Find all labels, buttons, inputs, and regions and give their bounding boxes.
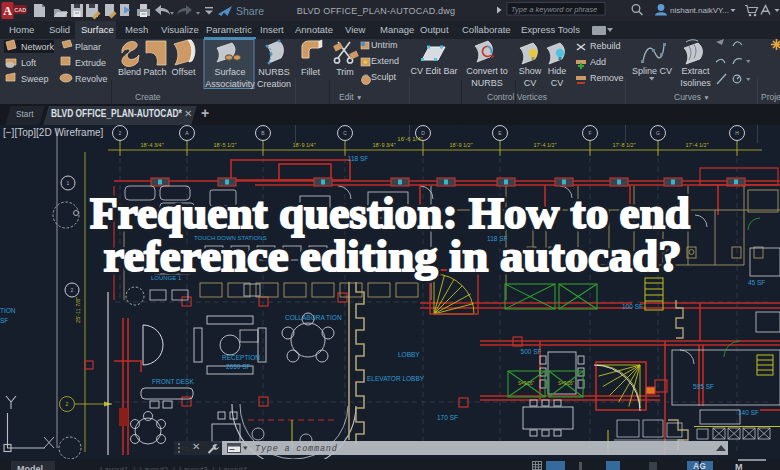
svg-text:2: 2 xyxy=(71,287,74,293)
svg-text:reference editing in autocad?: reference editing in autocad? xyxy=(104,231,682,281)
svg-text:NURBS: NURBS xyxy=(258,67,290,77)
svg-text:CV: CV xyxy=(551,78,564,88)
svg-text:ELEVATOR LOBBY: ELEVATOR LOBBY xyxy=(367,375,425,382)
svg-text:H: H xyxy=(735,130,739,136)
svg-text:Surface: Surface xyxy=(214,67,245,77)
svg-text:1: 1 xyxy=(67,180,70,186)
svg-text:CV: CV xyxy=(524,78,537,88)
svg-text:Extend: Extend xyxy=(371,56,399,66)
svg-text:2: 2 xyxy=(119,130,122,136)
svg-text:E: E xyxy=(498,130,502,136)
svg-text:17'-8 1/2": 17'-8 1/2" xyxy=(612,142,635,148)
svg-text:Type a keyword or phrase: Type a keyword or phrase xyxy=(511,5,597,14)
svg-text:A: A xyxy=(3,4,12,18)
svg-text:140 SF: 140 SF xyxy=(738,409,759,416)
svg-text:595 SF: 595 SF xyxy=(693,383,714,390)
svg-text:Blend: Blend xyxy=(118,67,141,77)
svg-text:17'-4 1/2": 17'-4 1/2" xyxy=(685,142,708,148)
svg-text:A: A xyxy=(185,130,189,136)
svg-text:Planar: Planar xyxy=(75,42,101,52)
svg-text:Revolve: Revolve xyxy=(75,74,108,84)
svg-text:Untrim: Untrim xyxy=(371,40,398,50)
svg-text:Show: Show xyxy=(519,66,542,76)
svg-text:S=3/16": S=3/16" xyxy=(518,381,534,386)
svg-text:500 SF: 500 SF xyxy=(521,348,542,355)
svg-text:Remove: Remove xyxy=(590,73,624,83)
svg-text:Patch: Patch xyxy=(143,67,166,77)
svg-text:Share: Share xyxy=(236,5,264,17)
svg-text:25'-11 7/8": 25'-11 7/8" xyxy=(75,297,81,323)
svg-text:170 SF: 170 SF xyxy=(437,414,458,421)
svg-text:FRONT DESK: FRONT DESK xyxy=(152,378,194,385)
svg-text:Add: Add xyxy=(590,57,606,67)
svg-text:Creation: Creation xyxy=(257,79,291,89)
svg-text:18'-4 3/4": 18'-4 3/4" xyxy=(140,142,163,148)
svg-text:Hide: Hide xyxy=(548,66,567,76)
svg-text:SF: SF xyxy=(0,317,8,324)
svg-text:Extract: Extract xyxy=(681,66,710,76)
svg-text:45 SF: 45 SF xyxy=(748,279,765,286)
svg-text:AG: AG xyxy=(693,461,706,470)
svg-text:118 SF: 118 SF xyxy=(348,155,369,162)
svg-text:18'-9 3/4": 18'-9 3/4" xyxy=(372,142,395,148)
svg-text:COLLABORA TION: COLLABORA TION xyxy=(285,314,342,321)
svg-text:Trim: Trim xyxy=(336,67,354,77)
svg-text:2650 SF: 2650 SF xyxy=(226,363,251,370)
svg-text:17'-4 1/2": 17'-4 1/2" xyxy=(533,142,556,148)
svg-text:nishant.naikVY...: nishant.naikVY... xyxy=(670,6,729,15)
svg-text:CV Edit Bar: CV Edit Bar xyxy=(410,66,457,76)
svg-text:[−][Top][2D Wireframe]: [−][Top][2D Wireframe] xyxy=(3,127,104,138)
svg-text:Loft: Loft xyxy=(21,58,37,68)
svg-text:LOBBY: LOBBY xyxy=(398,351,420,358)
svg-text:16'-6 1/4": 16'-6 1/4" xyxy=(397,136,422,142)
svg-text:Fillet: Fillet xyxy=(301,67,321,77)
svg-text:Associativity: Associativity xyxy=(205,79,255,89)
svg-text:18'-5 1/2": 18'-5 1/2" xyxy=(213,142,236,148)
svg-text:TION: TION xyxy=(0,307,16,314)
svg-text:F: F xyxy=(588,130,591,136)
svg-text:Rebuild: Rebuild xyxy=(590,41,621,51)
svg-text:2: 2 xyxy=(66,401,69,407)
svg-text:Sweep: Sweep xyxy=(21,74,49,84)
svg-text:Extrude: Extrude xyxy=(75,58,106,68)
svg-text:Spline CV: Spline CV xyxy=(632,66,672,76)
svg-text:Convert to: Convert to xyxy=(466,66,508,76)
svg-text:RECEPTION: RECEPTION xyxy=(222,354,260,361)
svg-text:Offset: Offset xyxy=(172,67,196,77)
svg-text:100 SF: 100 SF xyxy=(622,303,643,310)
svg-text:C: C xyxy=(343,130,347,136)
svg-text:BLVD OFFICE_PLAN-AUTOCAD.dwg: BLVD OFFICE_PLAN-AUTOCAD.dwg xyxy=(297,6,455,16)
svg-text:S=3/16": S=3/16" xyxy=(558,381,574,386)
svg-text:CAD: CAD xyxy=(14,7,26,13)
svg-text:18'-9 1/2": 18'-9 1/2" xyxy=(449,142,472,148)
svg-text:Isolines: Isolines xyxy=(680,78,711,88)
svg-text:NURBS: NURBS xyxy=(471,78,503,88)
svg-text:M: M xyxy=(735,462,743,470)
svg-text:18'-9 1/4": 18'-9 1/4" xyxy=(292,142,315,148)
svg-text:B: B xyxy=(261,130,265,136)
svg-text:Network: Network xyxy=(21,42,55,52)
svg-text:G: G xyxy=(656,130,660,136)
svg-text:Sculpt: Sculpt xyxy=(371,72,397,82)
